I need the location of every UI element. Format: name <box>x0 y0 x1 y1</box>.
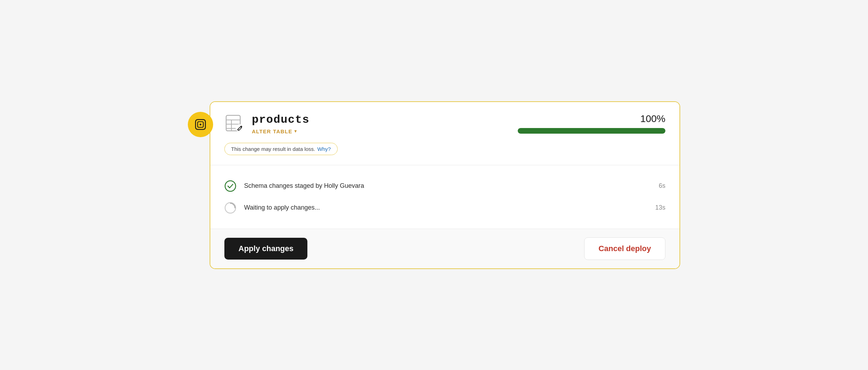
alter-table-chevron-icon: ▾ <box>294 129 297 134</box>
step-row-schema: Schema changes staged by Holly Guevara 6… <box>224 175 665 197</box>
step-pending-icon <box>224 202 236 214</box>
step-left-schema: Schema changes staged by Holly Guevara <box>224 180 364 192</box>
step-left-waiting: Waiting to apply changes... <box>224 202 320 214</box>
deploy-svg-icon <box>194 118 207 131</box>
alter-table-badge[interactable]: ALTER TABLE ▾ <box>252 128 309 134</box>
warning-banner: This change may result in data loss. Why… <box>224 143 338 155</box>
apply-changes-button[interactable]: Apply changes <box>224 238 307 260</box>
table-icon <box>224 114 245 134</box>
table-header-row: products ALTER TABLE ▾ 100% <box>224 113 665 134</box>
step-done-icon <box>224 180 236 192</box>
why-link[interactable]: Why? <box>317 146 331 152</box>
alter-table-label: ALTER TABLE <box>252 128 292 134</box>
progress-bar-fill <box>518 128 665 134</box>
main-card: products ALTER TABLE ▾ 100% <box>210 101 680 269</box>
page-wrapper: products ALTER TABLE ▾ 100% <box>188 101 680 269</box>
cancel-deploy-button[interactable]: Cancel deploy <box>584 237 665 260</box>
progress-percent: 100% <box>640 113 665 125</box>
deploy-circle-icon <box>188 112 213 137</box>
warning-text: This change may result in data loss. <box>231 146 315 152</box>
step-schema-time: 6s <box>659 182 665 190</box>
step-waiting-label: Waiting to apply changes... <box>244 204 320 211</box>
step-row-waiting: Waiting to apply changes... 13s <box>224 197 665 219</box>
card-bottom: Apply changes Cancel deploy <box>210 229 679 268</box>
svg-point-2 <box>200 123 202 125</box>
svg-point-11 <box>225 203 236 213</box>
card-top: products ALTER TABLE ▾ 100% <box>210 102 679 165</box>
table-name: products <box>252 113 309 126</box>
card-middle: Schema changes staged by Holly Guevara 6… <box>210 165 679 229</box>
table-title: products ALTER TABLE ▾ <box>252 113 309 134</box>
step-waiting-time: 13s <box>655 204 665 211</box>
progress-section: 100% <box>518 113 665 134</box>
step-schema-label: Schema changes staged by Holly Guevara <box>244 182 364 190</box>
progress-bar-container <box>518 128 665 134</box>
table-info: products ALTER TABLE ▾ <box>224 113 309 134</box>
svg-point-10 <box>225 181 236 191</box>
